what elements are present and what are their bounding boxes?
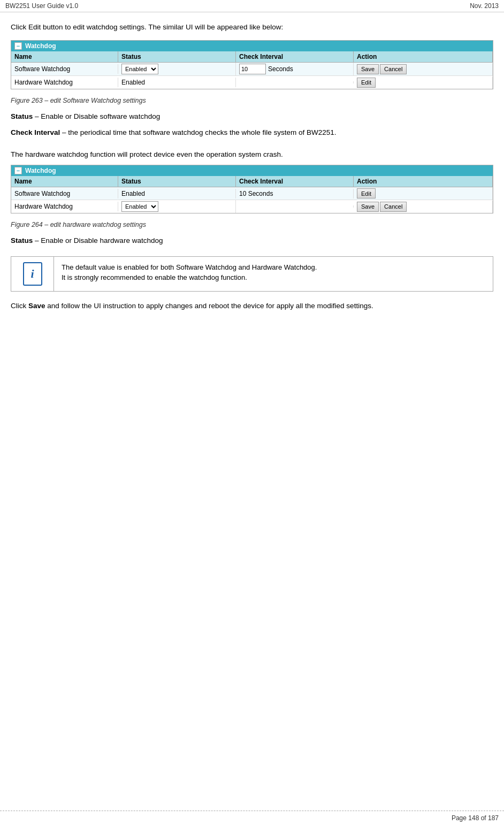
t2-col-header-status: Status xyxy=(118,176,236,187)
row2-action: Edit xyxy=(354,77,493,89)
t2-row2-action: Save Cancel xyxy=(354,201,493,213)
click-save-suffix: and follow the UI instruction to apply c… xyxy=(45,302,373,310)
figure2-caption: Figure 264 – edit hardware watchdog sett… xyxy=(11,221,493,228)
click-save-prefix: Click xyxy=(11,302,28,310)
table-row: Software Watchdog Enabled Disabled Secon… xyxy=(11,63,493,76)
watchdog-table-1: − Watchdog Name Status Check Interval Ac… xyxy=(11,40,493,89)
table2-col-headers: Name Status Check Interval Action xyxy=(11,176,493,187)
row1-interval-unit: Seconds xyxy=(268,65,293,73)
doc-date: Nov. 2013 xyxy=(470,2,499,10)
t2-row1-status: Enabled xyxy=(118,189,236,198)
col-header-name: Name xyxy=(11,51,118,62)
row1-check-interval: Seconds xyxy=(236,63,354,75)
t2-row2-status-select[interactable]: Enabled Disabled xyxy=(121,201,158,212)
check-interval-section: Check Interval – the periodical time tha… xyxy=(11,127,493,139)
status-section1: Status – Enable or Disable software watc… xyxy=(11,111,493,123)
t2-row1-check-interval: 10 Seconds xyxy=(236,189,354,198)
status-label2: Status xyxy=(11,236,33,245)
hardware-intro: The hardware watchdog function will prot… xyxy=(11,149,493,161)
watchdog-table-2: − Watchdog Name Status Check Interval Ac… xyxy=(11,165,493,213)
info-i-letter: i xyxy=(30,267,34,281)
t2-col-header-name: Name xyxy=(11,176,118,187)
check-interval-text: – the periodical time that software watc… xyxy=(62,128,337,136)
table1-title: Watchdog xyxy=(25,42,56,50)
table1-header: − Watchdog xyxy=(11,41,493,51)
table2-title: Watchdog xyxy=(25,167,56,174)
table2-collapse-icon[interactable]: − xyxy=(14,167,22,174)
row2-status: Enabled xyxy=(118,78,236,87)
row1-status: Enabled Disabled xyxy=(118,63,236,75)
info-icon-cell: i xyxy=(11,257,54,291)
col-header-check-interval: Check Interval xyxy=(236,51,354,62)
t2-row2-name: Hardware Watchdog xyxy=(11,202,118,211)
table1-col-headers: Name Status Check Interval Action xyxy=(11,51,493,63)
info-box: i The default value is enabled for both … xyxy=(11,256,493,292)
t2-row1-name: Software Watchdog xyxy=(11,189,118,198)
info-line2: It is strongly recommended to enable the… xyxy=(62,273,247,281)
table2-header: − Watchdog xyxy=(11,165,493,176)
check-interval-label: Check Interval xyxy=(11,128,60,136)
t2-col-header-check-interval: Check Interval xyxy=(236,176,354,187)
t2-row2-status: Enabled Disabled xyxy=(118,200,236,213)
table-row: Hardware Watchdog Enabled Disabled Save … xyxy=(11,200,493,213)
row1-action: Save Cancel xyxy=(354,63,493,75)
info-icon: i xyxy=(23,262,42,286)
t2-col-header-action: Action xyxy=(354,176,493,187)
col-header-status: Status xyxy=(118,51,236,62)
doc-title: BW2251 User Guide v1.0 xyxy=(5,2,78,10)
row1-name: Software Watchdog xyxy=(11,64,118,74)
main-content: Click Edit button to edit watchdog setti… xyxy=(0,12,504,348)
footer-bar: Page 148 of 187 xyxy=(0,811,504,825)
table-row: Hardware Watchdog Enabled Edit xyxy=(11,76,493,89)
status-label1: Status xyxy=(11,112,33,120)
row1-save-button[interactable]: Save xyxy=(357,64,379,74)
status-text1: – Enable or Disable software watchdog xyxy=(35,112,160,120)
row1-status-select[interactable]: Enabled Disabled xyxy=(121,64,158,74)
header-bar: BW2251 User Guide v1.0 Nov. 2013 xyxy=(0,0,504,12)
row2-check-interval xyxy=(236,81,354,83)
row2-name: Hardware Watchdog xyxy=(11,78,118,87)
t2-row1-edit-button[interactable]: Edit xyxy=(357,188,376,198)
row1-cancel-button[interactable]: Cancel xyxy=(380,64,407,74)
table1-collapse-icon[interactable]: − xyxy=(14,42,22,50)
t2-row1-action: Edit xyxy=(354,187,493,200)
info-line1: The default value is enabled for both So… xyxy=(62,263,317,271)
col-header-action: Action xyxy=(354,51,493,62)
intro-text: Click Edit button to edit watchdog setti… xyxy=(11,22,493,33)
click-save-paragraph: Click Save and follow the UI instruction… xyxy=(11,300,493,312)
t2-row2-check-interval xyxy=(236,205,354,208)
t2-row2-save-button[interactable]: Save xyxy=(357,202,379,212)
page-info: Page 148 of 187 xyxy=(452,814,499,822)
figure1-caption: Figure 263 – edit Software Watchdog sett… xyxy=(11,97,493,104)
save-bold-label: Save xyxy=(28,302,45,310)
status-text2: – Enable or Disable hardware watchdog xyxy=(35,236,163,245)
t2-row2-cancel-button[interactable]: Cancel xyxy=(380,202,407,212)
row1-interval-input[interactable] xyxy=(239,64,266,74)
row2-edit-button[interactable]: Edit xyxy=(357,78,376,88)
status-section2: Status – Enable or Disable hardware watc… xyxy=(11,235,493,247)
info-text-cell: The default value is enabled for both So… xyxy=(54,257,324,291)
table-row: Software Watchdog Enabled 10 Seconds Edi… xyxy=(11,187,493,200)
